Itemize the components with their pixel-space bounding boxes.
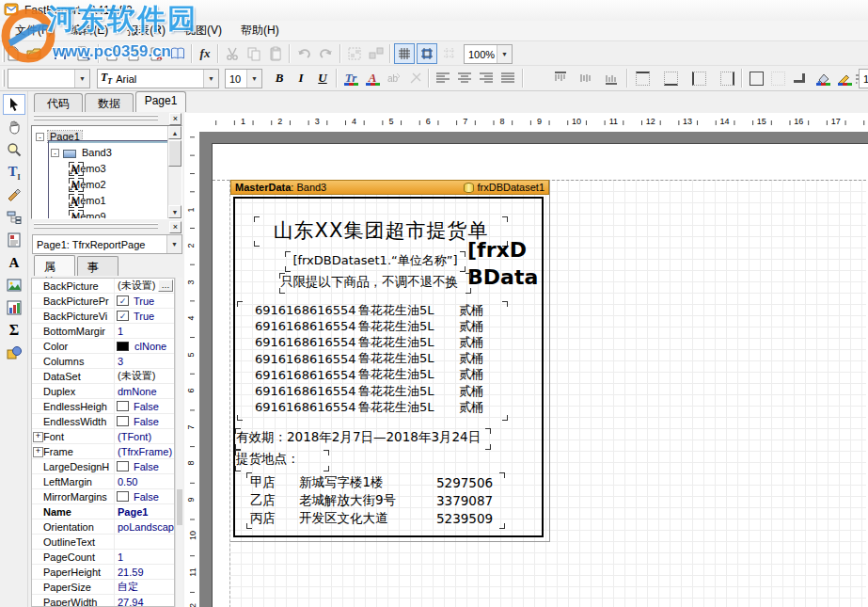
band-bottom-edge[interactable] bbox=[230, 541, 550, 542]
masterdata-band-header[interactable]: MasterData: Band3 frxDBDataset1 bbox=[230, 180, 549, 195]
scroll-thumb[interactable] bbox=[177, 489, 182, 525]
property-row[interactable]: PaperWidth 27.94 bbox=[32, 595, 174, 607]
property-expand-gutter[interactable] bbox=[32, 399, 43, 413]
bold-button[interactable]: B bbox=[269, 68, 290, 88]
property-row[interactable]: BackPicture (未设置) … bbox=[32, 279, 174, 294]
format-painter-tool[interactable] bbox=[3, 184, 25, 205]
drag-handle[interactable] bbox=[34, 115, 158, 122]
property-checkbox[interactable] bbox=[117, 461, 129, 471]
store-row[interactable]: 乙店 老城解放大街9号 3379087 bbox=[247, 491, 504, 509]
border-bottom-button[interactable] bbox=[660, 68, 681, 88]
border-all-button[interactable] bbox=[746, 68, 766, 88]
close-icon[interactable]: × bbox=[169, 221, 181, 233]
line-width-select[interactable]: 1 bbox=[859, 69, 868, 88]
align-to-grid-button[interactable] bbox=[417, 43, 437, 64]
property-value[interactable]: False bbox=[131, 416, 174, 427]
property-expand-gutter[interactable] bbox=[32, 279, 43, 293]
border-right-button[interactable] bbox=[717, 68, 737, 88]
property-row[interactable]: LeftMargin 0.50 bbox=[32, 474, 174, 489]
tab-page1[interactable]: Page1 bbox=[135, 91, 186, 112]
property-expand-gutter[interactable] bbox=[32, 504, 43, 519]
property-expand-gutter[interactable] bbox=[32, 595, 43, 607]
valign-center-button[interactable] bbox=[576, 68, 596, 88]
property-value[interactable]: True bbox=[131, 311, 174, 322]
property-expand-gutter[interactable] bbox=[32, 384, 43, 398]
item-row[interactable]: 6916168616554 鲁花花生油5L 贰桶 bbox=[238, 318, 507, 334]
report-page[interactable]: MasterData: Band3 frxDBDataset1 山东XX集团超市… bbox=[212, 143, 868, 607]
property-row[interactable]: MirrorMargins False bbox=[32, 489, 174, 504]
font-name-select[interactable]: TT Arial ▼ bbox=[97, 69, 219, 88]
property-expand-gutter[interactable] bbox=[32, 354, 43, 368]
property-row[interactable]: Columns 3 bbox=[32, 354, 174, 369]
property-value[interactable]: (TfrxFrame) bbox=[115, 446, 174, 457]
show-grid-button[interactable] bbox=[394, 43, 415, 64]
property-row[interactable]: PageCount 1 bbox=[32, 550, 174, 565]
memo-notice[interactable]: 只限提以下商品，不调不退不换 bbox=[280, 274, 470, 293]
property-row[interactable]: Orientation poLandscape bbox=[32, 519, 174, 535]
menu-item[interactable]: 帮助(H) bbox=[231, 21, 289, 40]
close-icon[interactable]: × bbox=[169, 113, 181, 125]
property-checkbox[interactable] bbox=[117, 491, 129, 502]
property-expand-gutter[interactable] bbox=[32, 474, 43, 488]
tree-item[interactable]: Memo2 bbox=[70, 177, 108, 192]
memo-store-list[interactable]: 甲店 新城写字楼1楼 5297506 乙店 老城解放大街9号 3379087 丙… bbox=[247, 473, 504, 528]
property-expand-gutter[interactable] bbox=[32, 414, 43, 428]
property-value[interactable]: False bbox=[131, 461, 174, 472]
property-value[interactable]: Page1 bbox=[115, 506, 174, 518]
expression-fx-button[interactable]: fx bbox=[195, 43, 215, 64]
item-row[interactable]: 6916168616554 鲁花花生油5L 贰桶 bbox=[238, 302, 507, 318]
property-expand-gutter[interactable] bbox=[32, 309, 43, 323]
tree-item[interactable]: Memo1 bbox=[70, 193, 108, 208]
property-row[interactable]: EndlessWidth False bbox=[32, 414, 174, 429]
property-checkbox[interactable] bbox=[117, 296, 129, 306]
property-row[interactable]: LargeDesignH False bbox=[32, 459, 174, 474]
property-expand-gutter[interactable] bbox=[32, 429, 43, 443]
menu-item[interactable]: 文件(F) bbox=[6, 21, 61, 40]
property-row[interactable]: BackPicturePr True bbox=[32, 294, 174, 309]
property-value[interactable]: 27.94 bbox=[115, 597, 174, 607]
memo-company-field[interactable]: [frxDBDataset1.“单位名称”] bbox=[286, 252, 465, 271]
property-row[interactable]: Frame (TfrxFrame) bbox=[32, 444, 174, 459]
fill-color-button[interactable] bbox=[813, 68, 833, 88]
property-value[interactable]: 3 bbox=[115, 356, 174, 367]
picture-object-tool[interactable] bbox=[3, 275, 25, 296]
valign-top-button[interactable] bbox=[550, 68, 571, 88]
property-expand-gutter[interactable] bbox=[32, 324, 43, 338]
chevron-down-icon[interactable]: ▼ bbox=[74, 70, 89, 88]
redo-button[interactable] bbox=[316, 43, 337, 64]
item-row[interactable]: 6916168616554 鲁花花生油5L 贰桶 bbox=[238, 399, 507, 415]
property-expand-gutter[interactable] bbox=[32, 565, 43, 579]
chevron-down-icon[interactable]: ▼ bbox=[246, 70, 261, 88]
preview-button[interactable] bbox=[73, 43, 94, 64]
scroll-down-icon[interactable]: ▼ bbox=[168, 205, 181, 218]
menu-item[interactable]: 视图(V) bbox=[175, 21, 231, 40]
store-row[interactable]: 甲店 新城写字楼1楼 5297506 bbox=[247, 473, 504, 491]
align-left-button[interactable] bbox=[433, 68, 453, 88]
inspector-scrollbar[interactable] bbox=[175, 278, 182, 607]
chevron-down-icon[interactable]: ▼ bbox=[166, 235, 181, 253]
border-none-button[interactable] bbox=[767, 68, 788, 88]
property-value[interactable]: 0.50 bbox=[115, 476, 174, 487]
tab-events[interactable]: 事件 bbox=[77, 256, 118, 276]
chart-object-tool[interactable] bbox=[3, 297, 25, 318]
fit-to-grid-button[interactable] bbox=[439, 43, 460, 64]
undo-button[interactable] bbox=[293, 43, 314, 64]
property-expand-gutter[interactable] bbox=[32, 535, 43, 549]
memo-pickup-label[interactable]: 提货地点： bbox=[236, 451, 328, 471]
highlight-color-button[interactable]: A bbox=[362, 68, 383, 88]
property-value[interactable]: 1 bbox=[115, 551, 174, 563]
page-settings-button[interactable] bbox=[167, 43, 188, 64]
border-top-button[interactable] bbox=[632, 68, 653, 88]
font-size-select[interactable]: 10 ▼ bbox=[225, 69, 262, 88]
tab-data[interactable]: 数据 bbox=[85, 93, 134, 112]
zoom-select[interactable]: 100% ▼ bbox=[464, 44, 513, 64]
property-checkbox[interactable] bbox=[117, 311, 129, 321]
store-row[interactable]: 丙店 开发区文化大道 5239509 bbox=[247, 509, 504, 527]
border-left-button[interactable] bbox=[688, 68, 709, 88]
text-object-tool[interactable]: A bbox=[3, 252, 25, 273]
italic-button[interactable]: I bbox=[291, 68, 311, 88]
ungroup-button[interactable] bbox=[366, 43, 387, 64]
property-expand-gutter[interactable] bbox=[32, 519, 43, 534]
menu-item[interactable]: 报表(R) bbox=[118, 21, 175, 40]
property-row[interactable]: EndlessHeigh False bbox=[32, 399, 174, 414]
